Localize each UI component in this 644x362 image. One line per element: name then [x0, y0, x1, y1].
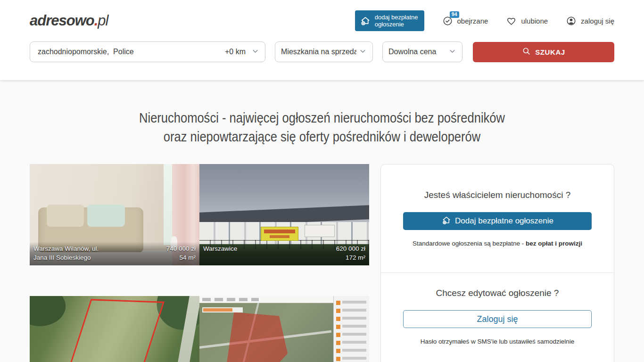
page-title: Nieruchomości - najwięcej ogłoszeń nieru… [39, 108, 605, 146]
favorites-link[interactable]: ulubione [506, 16, 548, 26]
edit-section-title: Chcesz edytować ogłoszenie ? [381, 273, 614, 298]
edit-note: Hasło otrzymałeś w SMS'ie lub ustawiłeś … [381, 338, 614, 345]
sidebar-login-label: Zaloguj się [477, 314, 518, 324]
site-logo[interactable]: adresowo.pl [30, 12, 108, 29]
listing-photo-aerial-field [30, 296, 199, 362]
owner-section: Jesteś właścicielem nieruchomości ? Doda… [381, 165, 614, 273]
house-plus-icon [360, 15, 371, 26]
listing-title: Warszawice [203, 244, 237, 253]
check-circle-icon: 94 [442, 16, 453, 26]
listing-area: 172 m² [346, 253, 365, 262]
radius-value: +0 km [225, 48, 246, 56]
listing-grid: Warszawa Wilanów, ul.740 000 zł Jana III… [30, 164, 369, 362]
listing-price: 740 000 zł [166, 244, 196, 253]
header-actions: dodaj bezpłatne ogłoszenie 94 obejrzane [355, 10, 614, 31]
login-label: zaloguj się [581, 17, 614, 25]
search-button[interactable]: SZUKAJ [473, 42, 614, 62]
favorites-label: ulubione [521, 17, 548, 25]
viewed-count-badge: 94 [450, 11, 459, 18]
owner-note: Standardowe ogłoszenia są bezpłatne - be… [381, 240, 614, 247]
logo-main: adresowo [30, 12, 94, 29]
sidebar-card: Jesteś właścicielem nieruchomości ? Doda… [380, 164, 614, 362]
listing-title: Warszawa Wilanów, ul. [33, 244, 99, 253]
edit-section: Chcesz edytować ogłoszenie ? Zaloguj się… [381, 273, 614, 345]
search-button-label: SZUKAJ [535, 48, 565, 56]
listing-price: 620 000 zł [336, 244, 365, 253]
listing-tile-warszawa-wilanow[interactable]: Warszawa Wilanów, ul.740 000 zł Jana III… [30, 164, 199, 265]
viewed-link[interactable]: 94 obejrzane [442, 16, 488, 26]
listing-area: 54 m² [179, 253, 196, 262]
location-input[interactable] [37, 47, 225, 57]
user-icon [566, 16, 577, 26]
sidebar-add-listing-label: Dodaj bezpłatne ogłoszenie [455, 216, 553, 226]
listing-tile-leszyce[interactable]: Leszyce390 000 zł [30, 296, 199, 362]
listing-tile-cekanowo[interactable]: Cekanowo, ul. Wiejska210 000 zł [199, 296, 369, 362]
add-listing-button[interactable]: dodaj bezpłatne ogłoszenie [355, 10, 424, 31]
location-field: +0 km [30, 41, 265, 62]
category-value: Mieszkania na sprzedaż [281, 48, 356, 56]
house-plus-icon [441, 215, 452, 228]
chevron-down-icon [448, 47, 456, 57]
search-icon [522, 47, 531, 57]
listing-caption: Warszawice620 000 zł 172 m² [199, 242, 369, 265]
login-link[interactable]: zaloguj się [566, 16, 614, 26]
listing-photo-map-screenshot [199, 296, 369, 362]
add-listing-label: dodaj bezpłatne ogłoszenie [375, 14, 418, 28]
viewed-label: obejrzane [457, 17, 488, 25]
logo-suffix: pl [98, 12, 108, 29]
listing-tile-warszawice[interactable]: Warszawice620 000 zł 172 m² [199, 164, 369, 265]
header-top: adresowo.pl dodaj bezpłatne ogłoszenie [0, 0, 644, 41]
listing-title-line2: Jana III Sobieskiego [33, 253, 91, 262]
category-select[interactable]: Mieszkania na sprzedaż [275, 41, 373, 62]
owner-section-title: Jesteś właścicielem nieruchomości ? [381, 165, 614, 200]
listing-caption: Warszawa Wilanów, ul.740 000 zł Jana III… [30, 242, 199, 265]
price-value: Dowolna cena [388, 48, 436, 56]
chevron-down-icon [251, 47, 259, 57]
search-bar: +0 km Mieszkania na sprzedaż Dowolna cen… [0, 41, 644, 62]
site-header: adresowo.pl dodaj bezpłatne ogłoszenie [0, 0, 644, 80]
heart-icon [506, 16, 517, 26]
sidebar-add-listing-button[interactable]: Dodaj bezpłatne ogłoszenie [403, 212, 592, 230]
sidebar-login-button[interactable]: Zaloguj się [403, 310, 592, 328]
chevron-down-icon [359, 47, 367, 57]
main-content: Warszawa Wilanów, ul.740 000 zł Jana III… [0, 164, 644, 362]
radius-dropdown[interactable]: +0 km [225, 47, 259, 57]
price-select[interactable]: Dowolna cena [382, 41, 462, 62]
